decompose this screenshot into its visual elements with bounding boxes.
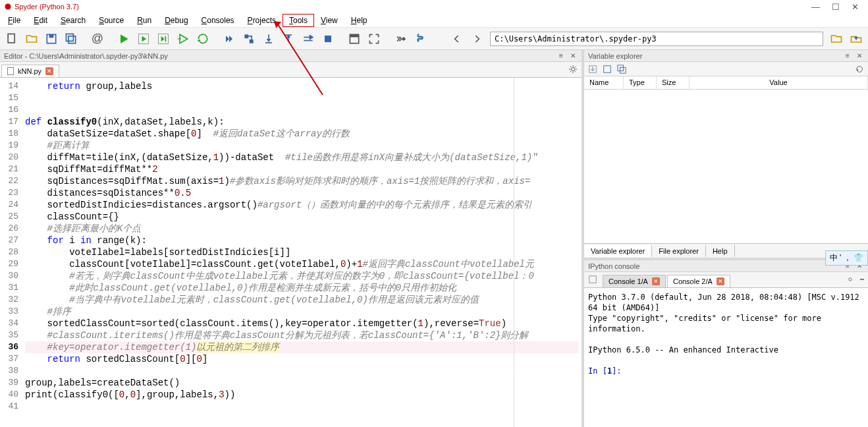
col-name[interactable]: Name	[584, 76, 624, 89]
svg-point-33	[571, 67, 574, 71]
run-cell-button[interactable]	[134, 30, 153, 48]
save-data-as-icon[interactable]	[616, 63, 628, 75]
svg-rect-6	[67, 34, 74, 41]
run-selection-button[interactable]	[174, 30, 192, 48]
console-title: IPython console	[588, 262, 639, 270]
path-input[interactable]	[490, 32, 823, 46]
console-panel: IPython console ≡ ✕ Console 1/A✕Console …	[584, 258, 868, 427]
editor-header: Editor - C:\Users\Administrator\.spyder-…	[0, 50, 582, 62]
svg-rect-19	[244, 34, 248, 38]
gear-icon[interactable]	[844, 273, 856, 285]
svg-rect-5	[49, 34, 54, 38]
svg-rect-20	[250, 39, 254, 43]
fullscreen-button[interactable]	[365, 30, 383, 48]
svg-rect-7	[68, 36, 76, 43]
svg-marker-26	[310, 34, 314, 40]
tab-file-explorer[interactable]: File explorer	[652, 245, 706, 257]
window-controls: — ☐ ✕	[811, 2, 864, 12]
svg-marker-16	[198, 39, 201, 42]
title-bar: Spyder (Python 3.7) — ☐ ✕	[0, 0, 868, 13]
menu-debug[interactable]: Debug	[158, 14, 194, 27]
save-button[interactable]	[42, 30, 61, 48]
minimize-button[interactable]: —	[811, 2, 820, 12]
tab-close-icon[interactable]: ✕	[652, 277, 660, 285]
varexp-table[interactable]: Name Type Size Value	[584, 76, 868, 243]
editor-tab[interactable]: kNN.py ✕	[1, 65, 59, 77]
menu-file[interactable]: File	[1, 14, 27, 27]
varexp-header: Variable explorer ≡ ✕	[584, 50, 868, 62]
new-file-button[interactable]	[3, 30, 21, 48]
console-content[interactable]: Python 3.7.0 (default, Jun 28 2018, 08:0…	[584, 288, 868, 427]
svg-marker-12	[161, 36, 165, 41]
debug-continue-button[interactable]	[299, 30, 317, 48]
parent-dir-button[interactable]	[847, 30, 865, 48]
run-cell-advance-button[interactable]	[154, 30, 173, 48]
menu-source[interactable]: Source	[92, 14, 130, 27]
debug-step-into-button[interactable]	[259, 30, 278, 48]
debug-stop-button[interactable]	[319, 30, 337, 48]
menu-projects[interactable]: Projects	[241, 14, 283, 27]
svg-marker-8	[121, 34, 128, 43]
interrupt-icon[interactable]	[856, 273, 868, 285]
svg-rect-30	[350, 34, 358, 37]
varexp-toolbar	[584, 62, 868, 76]
window-title: Spyder (Python 3.7)	[14, 3, 79, 11]
svg-marker-18	[229, 36, 232, 42]
spyder-icon	[4, 3, 12, 11]
debug-step-return-button[interactable]	[279, 30, 298, 48]
maximize-pane-button[interactable]	[345, 30, 364, 48]
save-all-button[interactable]	[62, 30, 80, 48]
rerun-button[interactable]	[194, 30, 212, 48]
editor-tab-bar: kNN.py ✕	[0, 62, 582, 78]
menu-help[interactable]: Help	[344, 14, 374, 27]
open-file-button[interactable]	[22, 30, 41, 48]
svg-rect-28	[325, 36, 331, 42]
column-guide	[514, 78, 514, 427]
panel-options-icon[interactable]: ≡	[556, 51, 566, 61]
menu-view[interactable]: View	[314, 14, 344, 27]
panel-close-icon[interactable]: ✕	[855, 51, 864, 61]
menu-search[interactable]: Search	[54, 14, 92, 27]
col-value[interactable]: Value	[690, 76, 868, 89]
col-type[interactable]: Type	[624, 76, 657, 89]
run-button[interactable]	[115, 30, 133, 48]
gear-icon[interactable]	[568, 65, 578, 74]
console-tab-1[interactable]: Console 2/A✕	[667, 275, 730, 287]
back-button[interactable]	[448, 30, 466, 48]
browse-button[interactable]	[827, 30, 846, 48]
menu-consoles[interactable]: Consoles	[195, 14, 241, 27]
ime-text: 中 ' ， 👕	[830, 252, 863, 264]
svg-point-40	[849, 278, 852, 281]
refresh-icon[interactable]	[854, 63, 865, 75]
console-tab-0[interactable]: Console 1/A✕	[603, 275, 666, 287]
ime-toolbar[interactable]: 中 ' ， 👕	[825, 250, 868, 266]
menu-edit[interactable]: Edit	[27, 14, 54, 27]
svg-marker-10	[142, 36, 147, 41]
debug-step-button[interactable]	[240, 30, 258, 48]
menu-tools[interactable]: Tools	[283, 14, 314, 27]
tab-variable-explorer[interactable]: Variable explorer	[584, 245, 652, 257]
tab-help[interactable]: Help	[706, 245, 735, 257]
at-button[interactable]: @	[88, 30, 107, 48]
panel-close-icon[interactable]: ✕	[568, 51, 578, 61]
import-data-icon[interactable]	[587, 63, 599, 75]
preferences-button[interactable]	[391, 30, 410, 48]
tab-close-icon[interactable]: ✕	[717, 277, 724, 285]
svg-rect-36	[618, 65, 624, 71]
menu-run[interactable]: Run	[130, 14, 158, 27]
editor-area[interactable]: 1415161718192021222324252627282930313233…	[0, 78, 582, 427]
kernel-icon[interactable]	[587, 273, 599, 285]
forward-button[interactable]	[468, 30, 486, 48]
debug-button[interactable]	[220, 30, 238, 48]
svg-marker-17	[226, 36, 229, 42]
col-size[interactable]: Size	[657, 76, 690, 89]
panel-options-icon[interactable]: ≡	[843, 51, 852, 61]
save-data-icon[interactable]	[601, 63, 613, 75]
svg-rect-3	[8, 34, 14, 42]
pythonpath-button[interactable]	[411, 30, 429, 48]
tab-close-icon[interactable]: ✕	[45, 67, 53, 75]
maximize-button[interactable]: ☐	[832, 2, 840, 12]
svg-rect-27	[304, 40, 312, 41]
svg-point-31	[402, 37, 406, 40]
close-button[interactable]: ✕	[852, 2, 859, 12]
